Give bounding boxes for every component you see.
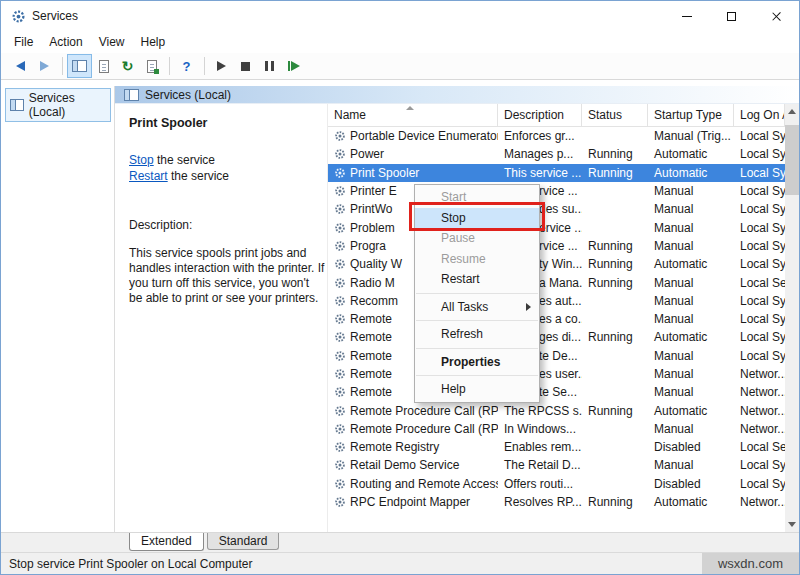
tree-item-services-local[interactable]: Services (Local) xyxy=(5,88,111,122)
service-logon: Networ... xyxy=(734,420,785,438)
service-row[interactable]: Recommes aut...ManualLocal Sy... xyxy=(328,292,785,310)
menu-action[interactable]: Action xyxy=(41,32,90,52)
back-button[interactable] xyxy=(9,55,32,77)
vertical-scrollbar[interactable] xyxy=(785,104,799,532)
service-row[interactable]: Remoteges di...RunningAutomaticLocal Sy.… xyxy=(328,328,785,346)
tab-extended[interactable]: Extended xyxy=(129,533,204,551)
restart-service-link[interactable]: Restart xyxy=(129,169,168,183)
column-header-log-on-as[interactable]: Log On As xyxy=(734,104,785,126)
menu-item-properties[interactable]: Properties xyxy=(415,352,539,373)
minimize-icon xyxy=(682,16,692,17)
menu-view[interactable]: View xyxy=(91,32,133,52)
menu-item-restart[interactable]: Restart xyxy=(415,269,539,290)
service-startup-type: Automatic xyxy=(648,401,734,419)
service-row[interactable]: Retail Demo ServiceThe Retail D...Manual… xyxy=(328,456,785,474)
properties-button[interactable] xyxy=(92,55,115,77)
pause-service-icon xyxy=(265,61,274,71)
menu-item-resume[interactable]: Resume xyxy=(415,249,539,270)
window-controls xyxy=(664,1,799,31)
column-header-startup-type[interactable]: Startup Type xyxy=(648,104,734,126)
service-startup-type: Manual xyxy=(648,218,734,236)
help-button[interactable]: ? xyxy=(175,55,198,77)
service-row[interactable]: PrintWodes su...ManualLocal Sy... xyxy=(328,200,785,218)
watermark: wsxdn.com xyxy=(702,553,799,574)
pause-service-button[interactable] xyxy=(258,55,281,77)
service-row[interactable]: Portable Device Enumerator...Enforces gr… xyxy=(328,127,785,145)
menu-item-refresh[interactable]: Refresh xyxy=(415,324,539,345)
maximize-button[interactable] xyxy=(709,1,754,31)
service-logon: Local Sy... xyxy=(734,255,785,273)
service-row[interactable]: Remote RegistryEnables rem...DisabledLoc… xyxy=(328,438,785,456)
service-row[interactable]: Remotete De...ManualLocal Sy... xyxy=(328,347,785,365)
menu-item-label: Help xyxy=(441,382,466,396)
start-service-button[interactable] xyxy=(210,55,233,77)
submenu-arrow-icon xyxy=(526,303,531,311)
service-name: Remote Registry xyxy=(328,438,498,456)
service-startup-type: Manual xyxy=(648,273,734,291)
service-startup-type: Manual xyxy=(648,237,734,255)
menu-item-all-tasks[interactable]: All Tasks xyxy=(415,297,539,318)
restart-service-button[interactable] xyxy=(282,55,305,77)
service-row[interactable]: PowerManages p...RunningAutomaticLocal S… xyxy=(328,145,785,163)
tab-standard[interactable]: Standard xyxy=(207,533,280,550)
service-row[interactable]: Remotees user...ManualNetwor... xyxy=(328,365,785,383)
export-list-button[interactable] xyxy=(140,55,163,77)
menu-item-help[interactable]: Help xyxy=(415,379,539,400)
services-app-icon xyxy=(10,8,26,24)
service-gear-icon xyxy=(334,148,346,160)
service-row[interactable]: Printer Ervice ...ManualLocal Sy... xyxy=(328,182,785,200)
column-header-status[interactable]: Status xyxy=(582,104,648,126)
service-row[interactable]: Remotees a co...ManualLocal Sy... xyxy=(328,310,785,328)
service-row[interactable]: Remote Procedure Call (RPC)The RPCSS s..… xyxy=(328,401,785,419)
refresh-icon: ↻ xyxy=(122,59,134,73)
service-startup-type: Manual (Trig... xyxy=(648,127,734,145)
menu-help[interactable]: Help xyxy=(133,32,174,52)
service-row[interactable]: Radio Ma Mana...RunningManualLocal Se... xyxy=(328,273,785,291)
service-startup-type: Manual xyxy=(648,365,734,383)
service-row[interactable]: Quality Wty Win...RunningAutomaticLocal … xyxy=(328,255,785,273)
column-header-name[interactable]: Name xyxy=(328,104,498,126)
service-logon: Local Sy... xyxy=(734,145,785,163)
scroll-down-button[interactable] xyxy=(785,517,799,532)
close-button[interactable] xyxy=(754,1,799,31)
service-startup-type: Disabled xyxy=(648,475,734,493)
export-list-icon xyxy=(147,60,157,73)
service-logon: Networ... xyxy=(734,365,785,383)
service-name: RPC Endpoint Mapper xyxy=(328,493,498,511)
list-header: Name Description Status Startup Type Log… xyxy=(328,104,785,127)
stop-service-button[interactable] xyxy=(234,55,257,77)
stop-service-link[interactable]: Stop xyxy=(129,153,154,167)
window-title: Services xyxy=(32,9,78,23)
menu-file[interactable]: File xyxy=(6,32,41,52)
refresh-button[interactable]: ↻ xyxy=(116,55,139,77)
service-gear-icon xyxy=(334,459,346,471)
service-logon: Local Sy... xyxy=(734,127,785,145)
toolbar-separator xyxy=(204,57,205,75)
service-startup-type: Automatic xyxy=(648,145,734,163)
toolbar-separator xyxy=(62,57,63,75)
service-row[interactable]: Prograrvice ...RunningManualLocal Sy... xyxy=(328,237,785,255)
menu-item-pause[interactable]: Pause xyxy=(415,228,539,249)
scrollbar-thumb[interactable] xyxy=(785,125,799,195)
toolbar-separator xyxy=(169,57,170,75)
scroll-up-button[interactable] xyxy=(785,104,799,119)
menu-bar: File Action View Help xyxy=(1,31,799,53)
restart-service-icon xyxy=(288,61,300,71)
service-gear-icon xyxy=(334,478,346,490)
forward-button[interactable] xyxy=(33,55,56,77)
service-status xyxy=(582,127,648,145)
column-header-description[interactable]: Description xyxy=(498,104,582,126)
service-status xyxy=(582,182,648,200)
service-row[interactable]: Print SpoolerThis service ...RunningAuto… xyxy=(328,164,785,182)
service-status: Running xyxy=(582,255,648,273)
back-icon xyxy=(16,61,25,71)
service-row[interactable]: Routing and Remote AccessOffers routi...… xyxy=(328,475,785,493)
service-row[interactable]: Remotete Se...ManualNetwor... xyxy=(328,383,785,401)
service-gear-icon xyxy=(334,203,346,215)
minimize-button[interactable] xyxy=(664,1,709,31)
service-row[interactable]: Remote Procedure Call (RP...In Windows..… xyxy=(328,420,785,438)
service-row[interactable]: Problemervice ...ManualLocal Sy... xyxy=(328,218,785,236)
service-row[interactable]: RPC Endpoint MapperResolves RP...Running… xyxy=(328,493,785,511)
show-console-tree-button[interactable] xyxy=(68,55,91,77)
description-label: Description: xyxy=(129,218,319,232)
